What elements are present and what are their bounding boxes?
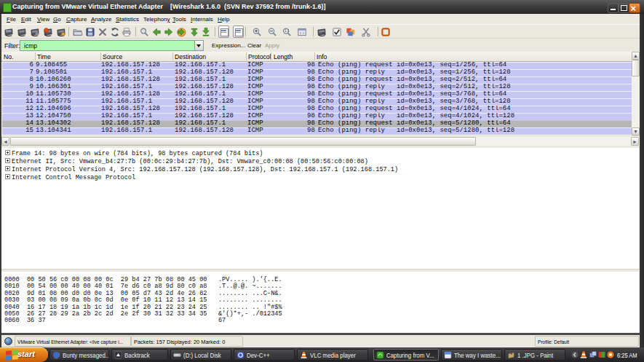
svg-text:1:1: 1:1: [285, 29, 290, 33]
